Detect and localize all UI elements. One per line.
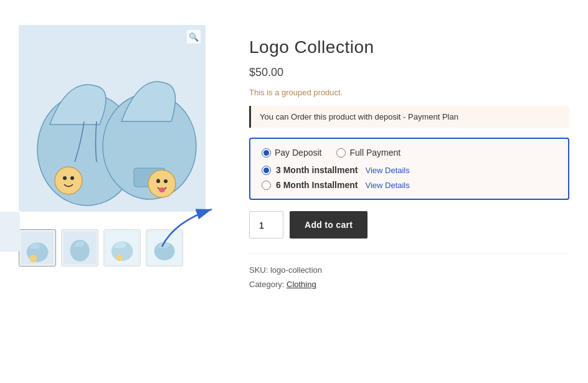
svg-point-7 — [148, 170, 176, 197]
main-product-image: 🔍 — [19, 25, 206, 212]
thumbnail-3[interactable] — [103, 229, 141, 267]
installment-6-month-radio[interactable] — [262, 181, 271, 190]
category-link[interactable]: Clothing — [287, 280, 316, 289]
svg-point-9 — [164, 179, 168, 183]
installment-6-month-view-details[interactable]: View Details — [365, 181, 409, 190]
payment-type-row: Pay Deposit Full Payment — [262, 148, 557, 158]
arrow-annotation — [156, 203, 280, 253]
zoom-icon[interactable]: 🔍 — [187, 30, 201, 44]
sku-row: SKU: logo-collection — [249, 263, 569, 277]
deposit-notice: You can Order this product with deposit … — [249, 106, 569, 128]
full-payment-radio[interactable] — [336, 148, 346, 158]
add-to-cart-row: Add to cart — [249, 211, 569, 239]
svg-point-10 — [159, 187, 165, 192]
svg-point-14 — [29, 255, 37, 262]
product-title: Logo Collection — [249, 37, 569, 57]
thumbnail-2[interactable] — [61, 229, 98, 267]
add-to-cart-button[interactable]: Add to cart — [290, 211, 368, 239]
payment-options-box: Pay Deposit Full Payment 3 Month install… — [249, 138, 569, 200]
pay-deposit-option[interactable]: Pay Deposit — [262, 148, 321, 158]
installment-3-month-option: 3 Month installment View Details — [262, 165, 557, 175]
svg-point-19 — [116, 254, 122, 260]
product-gallery: 🔍 — [19, 25, 218, 267]
svg-point-3 — [63, 176, 67, 180]
grouped-notice: This is a grouped product. — [249, 88, 569, 97]
product-meta: SKU: logo-collection Category: Clothing — [249, 253, 569, 292]
installment-6-month-option: 6 Month Installment View Details — [262, 180, 557, 190]
svg-point-4 — [70, 176, 74, 180]
category-row: Category: Clothing — [249, 277, 569, 291]
partial-sidebar-box — [0, 212, 20, 252]
full-payment-option[interactable]: Full Payment — [336, 148, 401, 158]
installment-3-month-radio[interactable] — [262, 166, 271, 175]
product-price: $50.00 — [249, 66, 569, 79]
installment-3-month-view-details[interactable]: View Details — [365, 166, 409, 175]
product-illustration — [19, 25, 206, 212]
product-info-panel: Logo Collection $50.00 This is a grouped… — [249, 25, 569, 292]
thumbnail-1[interactable] — [19, 229, 56, 267]
svg-point-2 — [55, 167, 82, 194]
pay-deposit-radio[interactable] — [262, 148, 271, 158]
